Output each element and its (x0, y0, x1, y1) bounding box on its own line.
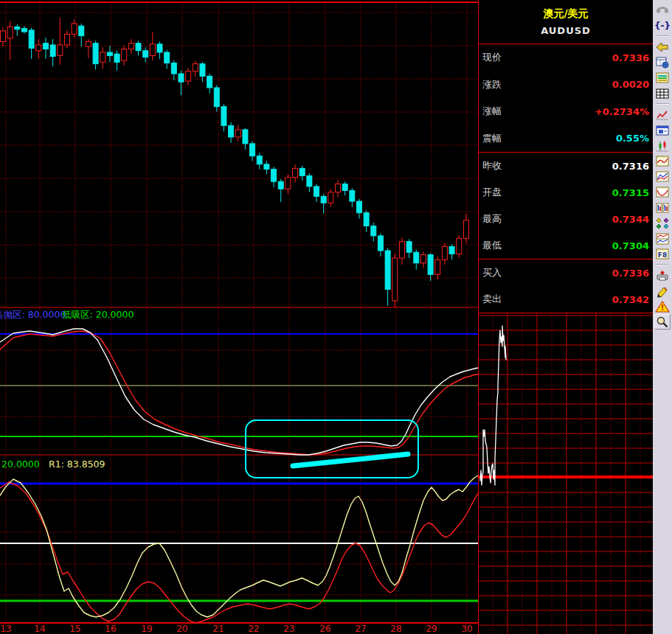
quote-row-label: 涨跌 (482, 78, 502, 91)
candle-body (414, 252, 419, 263)
candle-body (229, 125, 234, 137)
trading-app-window: 高抛区: 80.0000低吸区: 20.000020.0000R1: 83.85… (0, 0, 672, 634)
candle-body (36, 45, 41, 51)
area-chart-button[interactable] (654, 184, 671, 200)
quote-row-label: 最高 (482, 212, 502, 226)
quote-row-label: 涨幅 (482, 105, 502, 118)
candle-body (29, 30, 34, 49)
chart-window-button[interactable] (654, 122, 671, 138)
candlestick-chart-button[interactable] (654, 138, 671, 153)
x-axis-date-label: 19 (141, 624, 152, 634)
x-axis-date-label: 14 (34, 624, 45, 634)
split-chart-button[interactable] (654, 231, 671, 246)
candle-body (1, 31, 6, 42)
arrow-left-icon (655, 41, 670, 54)
quote-row-value: 0.55% (616, 133, 649, 144)
quote-row-label: 卖出 (482, 293, 502, 306)
quote-row: 震幅0.55% (479, 125, 653, 153)
indicator1-label: 高抛区: 80.0000 (0, 309, 66, 320)
candle-body (72, 24, 77, 35)
quote-row-label: 昨收 (482, 159, 502, 173)
f8-period-button[interactable]: F8 (654, 246, 671, 262)
x-axis-date-label: 28 (390, 624, 401, 634)
main-chart-area[interactable]: 高抛区: 80.0000低吸区: 20.000020.0000R1: 83.85… (0, 0, 478, 634)
toolbar-divider (656, 103, 669, 105)
candle-body (321, 196, 326, 203)
x-axis-date-label: 22 (248, 624, 259, 634)
quote-group: 现价0.7336涨跌0.0020涨幅+0.2734%震幅0.55% (479, 44, 653, 153)
brackets-button[interactable]: {-} (654, 18, 671, 33)
candle-body (364, 213, 369, 226)
candle-body (442, 246, 447, 259)
indicators-button[interactable] (654, 215, 671, 231)
chart-edit-button[interactable] (654, 153, 671, 169)
table-colored-icon (655, 72, 670, 85)
tick-chart-area[interactable] (479, 313, 653, 634)
quote-row-value: 0.7336 (612, 268, 649, 279)
quote-row: 最高0.7344 (479, 206, 653, 232)
candlestick-and-indicators-svg[interactable]: 高抛区: 80.0000低吸区: 20.000020.0000R1: 83.85… (0, 0, 478, 634)
printer-icon (655, 269, 670, 282)
quote-row-label: 最低 (482, 239, 502, 252)
toolbar-divider (656, 264, 669, 265)
line-chart-button[interactable] (654, 107, 671, 122)
zoom-button[interactable] (654, 314, 671, 330)
candle-body (314, 187, 319, 196)
quote-row-value: +0.2734% (595, 106, 649, 117)
quote-title-block: 澳元/美元 AUDUSD (479, 0, 653, 44)
candle-body (43, 43, 48, 49)
candle-body (293, 168, 298, 177)
pair-symbol: AUDUSD (479, 25, 653, 36)
candle-body (50, 45, 55, 57)
toolbar-divider (656, 35, 669, 37)
phone-icon (655, 4, 670, 17)
compare-tables-button[interactable] (654, 200, 671, 215)
candle-body (399, 242, 404, 258)
world-quotes-button[interactable] (654, 55, 671, 70)
alert-button[interactable]: ! (654, 299, 671, 314)
indicator1-label: 低吸区: 20.0000 (62, 309, 134, 320)
quote-row: 卖出0.7342 (479, 286, 653, 313)
table-pair-icon (655, 201, 670, 215)
x-axis-date-label: 27 (355, 624, 366, 634)
quote-group: 买入0.7336卖出0.7342 (479, 259, 653, 313)
x-axis-date-label: 26 (319, 624, 330, 634)
back-arrow-button[interactable] (654, 39, 671, 55)
candle-body (21, 29, 27, 32)
candle-body (171, 63, 176, 74)
candle-body (420, 255, 426, 263)
candle-body (385, 251, 390, 289)
candle-body (15, 27, 20, 29)
candle-body (157, 44, 162, 52)
candle-body (221, 107, 226, 126)
rsi-r1-line (0, 475, 478, 617)
data-table-button[interactable] (654, 86, 671, 101)
quote-row-value: 0.7315 (612, 187, 649, 198)
quote-row: 最低0.7304 (479, 232, 653, 259)
quote-row-value: 0.7342 (612, 294, 649, 305)
candle-body (79, 26, 84, 35)
x-axis-date-label: 16 (105, 624, 116, 634)
candle-body (428, 255, 433, 275)
candle-body (193, 64, 198, 72)
quote-list-button[interactable] (654, 70, 671, 86)
candle-body (463, 220, 468, 239)
annotation-trend-line[interactable] (293, 454, 408, 466)
candle-body (264, 164, 269, 170)
print-button[interactable] (654, 268, 671, 283)
candles-icon (655, 139, 670, 153)
quote-row: 涨跌0.0020 (479, 72, 653, 99)
draw-pencil-button[interactable] (654, 283, 671, 299)
x-axis-date-label: 20 (176, 624, 187, 634)
candle-body (336, 184, 341, 192)
candle-body (114, 54, 119, 62)
area-chart-icon (655, 186, 670, 199)
candle-body (122, 49, 127, 61)
candle-body (86, 41, 91, 46)
phone-button[interactable] (654, 2, 671, 18)
multi-line-chart-button[interactable] (654, 169, 671, 184)
tick-chart-svg[interactable] (479, 313, 653, 634)
candle-body (307, 175, 312, 187)
candle-body (392, 258, 398, 301)
tick-price-line (480, 326, 506, 485)
